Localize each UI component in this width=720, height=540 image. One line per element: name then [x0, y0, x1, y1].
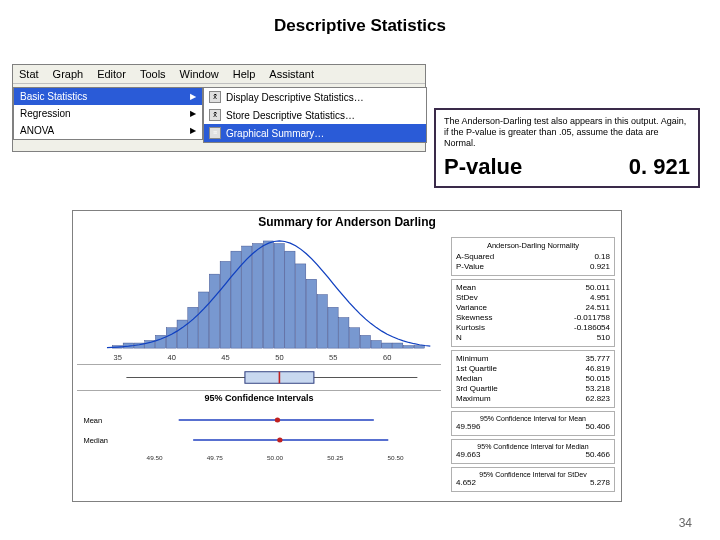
svg-rect-11: [231, 251, 241, 348]
svg-text:60: 60: [383, 353, 391, 362]
boxplot-chart: [77, 365, 441, 391]
svg-rect-6: [177, 320, 187, 348]
store-icon: x̄: [209, 109, 221, 121]
ci-chart: Mean Median 49.5049.7550.0050.2550.50: [77, 405, 441, 465]
svg-rect-27: [403, 346, 413, 349]
submenu-anova[interactable]: ANOVA ▶: [14, 122, 202, 139]
submenu-display-descriptive[interactable]: x̄ Display Descriptive Statistics…: [204, 88, 426, 106]
stat-key: A-Squared: [456, 252, 494, 262]
ad-test-block: Anderson-Darling Normality A-Squared0.18…: [451, 237, 615, 276]
svg-text:49.50: 49.50: [147, 454, 164, 461]
svg-rect-19: [317, 295, 327, 349]
svg-rect-13: [252, 244, 262, 349]
menu-stat[interactable]: Stat: [19, 68, 39, 80]
svg-rect-25: [382, 343, 392, 348]
svg-text:50.25: 50.25: [327, 454, 344, 461]
basic-statistics-submenu: x̄ Display Descriptive Statistics… x̄ St…: [203, 87, 427, 143]
menu-editor[interactable]: Editor: [97, 68, 126, 80]
menu-graph[interactable]: Graph: [53, 68, 84, 80]
submenu-label: Display Descriptive Statistics…: [226, 92, 364, 103]
svg-text:45: 45: [221, 353, 229, 362]
histogram-chart: 354045505560: [77, 235, 441, 365]
submenu-label: Regression: [20, 108, 71, 119]
svg-text:50.50: 50.50: [387, 454, 404, 461]
svg-rect-12: [242, 246, 252, 348]
svg-point-43: [277, 438, 282, 443]
quartile-block: Minimum35.7771st Quartile46.819Median50.…: [451, 350, 615, 408]
summary-stats-column: Anderson-Darling Normality A-Squared0.18…: [445, 233, 621, 491]
svg-rect-22: [349, 328, 359, 348]
svg-rect-28: [414, 346, 424, 349]
submenu-label: Graphical Summary…: [226, 128, 324, 139]
callout-text: The Anderson-Darling test also appears i…: [444, 116, 690, 148]
page-number: 34: [679, 516, 692, 530]
callout-pvalue-label: P-value: [444, 154, 522, 180]
menu-window: Stat Graph Editor Tools Window Help Assi…: [12, 64, 426, 152]
submenu-regression[interactable]: Regression ▶: [14, 105, 202, 122]
svg-rect-15: [274, 244, 284, 349]
submenu-store-descriptive[interactable]: x̄ Store Descriptive Statistics…: [204, 106, 426, 124]
menu-tools[interactable]: Tools: [140, 68, 166, 80]
svg-rect-18: [306, 279, 316, 348]
svg-text:50.00: 50.00: [267, 454, 284, 461]
graphical-summary-output: Summary for Anderson Darling 35404550556…: [72, 210, 622, 502]
chevron-right-icon: ▶: [190, 109, 196, 118]
svg-rect-5: [166, 328, 176, 348]
annotation-callout: The Anderson-Darling test also appears i…: [434, 108, 700, 188]
svg-rect-23: [360, 335, 370, 348]
stat-val: 0.18: [594, 252, 610, 262]
submenu-graphical-summary[interactable]: ≡ Graphical Summary…: [204, 124, 426, 142]
chevron-right-icon: ▶: [190, 92, 196, 101]
menu-window[interactable]: Window: [180, 68, 219, 80]
svg-text:49.75: 49.75: [207, 454, 224, 461]
summary-title: Summary for Anderson Darling: [73, 211, 621, 233]
svg-rect-21: [339, 318, 349, 349]
ci-intervals-title: 95% Confidence Intervals: [77, 391, 441, 405]
svg-point-40: [275, 418, 280, 423]
svg-text:40: 40: [167, 353, 175, 362]
menu-help[interactable]: Help: [233, 68, 256, 80]
stats-icon: x̄: [209, 91, 221, 103]
stat-submenu: Basic Statistics ▶ Regression ▶ ANOVA ▶: [13, 87, 203, 140]
menu-assistant[interactable]: Assistant: [269, 68, 314, 80]
svg-text:Median: Median: [83, 436, 108, 445]
svg-rect-9: [209, 274, 219, 348]
stat-key: P-Value: [456, 262, 484, 272]
svg-text:50: 50: [275, 353, 283, 362]
summary-left-column: 354045505560 95% Confidence Intervals Me…: [73, 233, 445, 491]
svg-rect-16: [285, 251, 295, 348]
submenu-label: Basic Statistics: [20, 91, 87, 102]
svg-text:35: 35: [114, 353, 122, 362]
svg-text:55: 55: [329, 353, 337, 362]
svg-rect-26: [393, 343, 403, 348]
svg-text:Mean: Mean: [83, 416, 102, 425]
submenu-basic-statistics[interactable]: Basic Statistics ▶: [14, 88, 202, 105]
svg-rect-24: [371, 340, 381, 348]
svg-rect-8: [199, 292, 209, 348]
submenu-label: ANOVA: [20, 125, 54, 136]
graph-icon: ≡: [209, 127, 221, 139]
menu-bar: Stat Graph Editor Tools Window Help Assi…: [13, 65, 425, 84]
chevron-right-icon: ▶: [190, 126, 196, 135]
svg-rect-10: [220, 261, 230, 348]
svg-rect-20: [328, 307, 338, 348]
callout-pvalue-value: 0. 921: [629, 154, 690, 180]
svg-rect-17: [296, 264, 306, 348]
stat-val: 0.921: [590, 262, 610, 272]
descriptive-block: Mean50.011StDev4.951Variance24.511Skewne…: [451, 279, 615, 347]
svg-rect-14: [263, 241, 273, 348]
svg-rect-7: [188, 307, 198, 348]
submenu-label: Store Descriptive Statistics…: [226, 110, 355, 121]
slide-title: Descriptive Statistics: [0, 0, 720, 36]
ad-block-header: Anderson-Darling Normality: [456, 241, 610, 250]
